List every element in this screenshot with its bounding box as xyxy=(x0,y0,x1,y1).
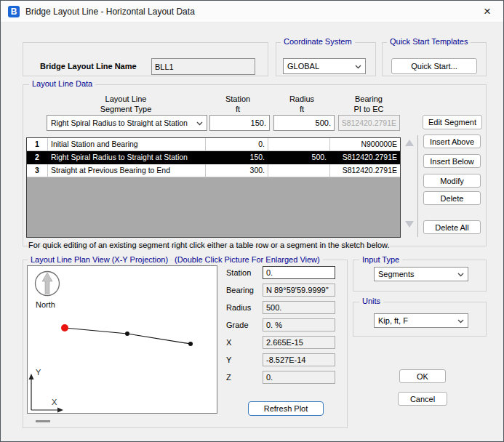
scroll-down-icon[interactable] xyxy=(405,221,414,228)
plan-view-hint: (Double Click Picture For Enlarged View) xyxy=(172,255,323,265)
input-type-value: Segments xyxy=(378,270,415,278)
quick-edit-note: For quick editing of an existing segment… xyxy=(28,241,389,249)
segment-type-value: Right Spiral Radius to Straight at Stati… xyxy=(51,118,188,127)
close-icon[interactable]: × xyxy=(479,4,496,20)
divider xyxy=(417,135,418,237)
dialog-title: Bridge Layout Line - Horizontal Layout D… xyxy=(25,7,195,17)
insert-above-button[interactable]: Insert Above xyxy=(423,134,481,148)
delete-all-button[interactable]: Delete All xyxy=(423,220,481,234)
bridge-layout-line-dialog: B Bridge Layout Line - Horizontal Layout… xyxy=(0,0,504,442)
chevron-down-icon xyxy=(194,118,203,127)
units-label: Units xyxy=(359,297,383,306)
table-row[interactable]: 3 Straight at Previous Bearing to End 30… xyxy=(27,164,400,177)
bearing-field-label: Bearing xyxy=(226,284,260,297)
radius-edit-input[interactable] xyxy=(273,115,335,131)
ok-button[interactable]: OK xyxy=(399,369,446,383)
bearing-readonly-field: S812420.2791E xyxy=(338,115,400,131)
units-value: Kip, ft, F xyxy=(378,316,408,325)
plan-view-plot[interactable]: North Y X xyxy=(27,265,217,414)
layout-line-data-label: Layout Line Data xyxy=(29,79,95,89)
cancel-button[interactable]: Cancel xyxy=(398,392,447,406)
name-label: Bridge Layout Line Name xyxy=(40,62,137,71)
coordinate-system-label: Coordinate System xyxy=(281,37,355,47)
refresh-plot-button[interactable]: Refresh Plot xyxy=(248,401,324,416)
grade-field-value: 0. % xyxy=(263,318,335,332)
units-select[interactable]: Kip, ft, F xyxy=(374,313,468,328)
edit-segment-button[interactable]: Edit Segment xyxy=(423,115,482,129)
quick-start-button[interactable]: Quick Start... xyxy=(391,58,477,74)
y-axis-label: Y xyxy=(36,368,41,377)
chevron-down-icon xyxy=(455,316,464,325)
z-field-value: 0. xyxy=(263,371,335,384)
column-header-segment-type: Layout Line Segment Type xyxy=(68,94,184,114)
column-header-station: Station ft xyxy=(209,94,267,114)
app-icon: B xyxy=(8,6,20,17)
table-row-selected[interactable]: 2 Right Spiral Radius to Straight at Sta… xyxy=(27,151,400,164)
column-header-bearing: Bearing PI to EC xyxy=(336,94,401,114)
chevron-down-icon xyxy=(353,62,361,71)
input-type-select[interactable]: Segments xyxy=(374,267,468,281)
scale-bar xyxy=(36,420,50,422)
z-field-label: Z xyxy=(226,371,260,384)
coordinate-system-value: GLOBAL xyxy=(287,62,319,71)
bearing-field-value: N 89°59'59.9999" xyxy=(263,284,335,297)
modify-button[interactable]: Modify xyxy=(423,174,481,188)
radius-field-label: Radius xyxy=(226,301,260,314)
grade-field-label: Grade xyxy=(226,318,260,332)
title-bar: B Bridge Layout Line - Horizontal Layout… xyxy=(1,1,503,23)
scroll-up-icon[interactable] xyxy=(405,140,414,146)
table-row[interactable]: 1 Initial Station and Bearing 0. N900000… xyxy=(27,138,400,151)
coordinate-system-select[interactable]: GLOBAL xyxy=(283,58,366,74)
y-field-value: -8.527E-14 xyxy=(263,353,335,366)
delete-button[interactable]: Delete xyxy=(423,191,481,205)
station-field-input[interactable] xyxy=(263,266,335,279)
station-edit-input[interactable] xyxy=(209,115,270,131)
x-field-value: 2.665E-15 xyxy=(263,336,335,349)
table-empty-area xyxy=(27,177,400,237)
north-label: North xyxy=(36,300,55,309)
insert-below-button[interactable]: Insert Below xyxy=(423,154,481,168)
radius-field-value: 500. xyxy=(263,301,335,314)
segment-table[interactable]: 1 Initial Station and Bearing 0. N900000… xyxy=(26,137,401,238)
plan-sketch-dynamic xyxy=(61,324,193,346)
quick-start-templates-label: Quick Start Templates xyxy=(387,37,471,47)
x-axis-label: X xyxy=(52,398,57,406)
plan-view-label: Layout Line Plan View (X-Y Projection) xyxy=(28,255,171,265)
y-field-label: Y xyxy=(226,353,260,366)
plan-sketch-svg: North Y X xyxy=(28,266,217,413)
segment-type-select[interactable]: Right Spiral Radius to Straight at Stati… xyxy=(47,115,207,131)
column-header-radius: Radius ft xyxy=(273,94,331,114)
layout-line-name-input[interactable] xyxy=(151,58,255,75)
chevron-down-icon xyxy=(455,270,464,278)
north-compass-icon xyxy=(36,272,60,296)
station-field-label: Station xyxy=(226,266,260,279)
input-type-label: Input Type xyxy=(359,255,402,265)
plot-axes-icon xyxy=(29,374,64,413)
x-field-label: X xyxy=(226,336,260,349)
